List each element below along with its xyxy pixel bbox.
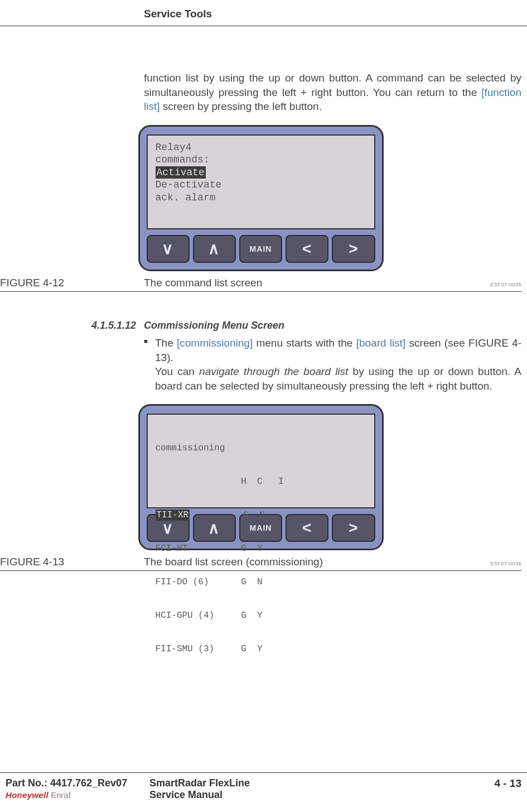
lcd2-row1-rest: G N: [190, 510, 264, 520]
lcd-screen-1: Relay4 commands: Activate De-activate ac…: [147, 134, 375, 229]
bullet-text-1a: The: [155, 337, 177, 349]
page-number: 4 - 13: [494, 777, 521, 790]
content: function list by using the up or down bu…: [0, 71, 527, 571]
lcd2-header: commissioning: [156, 443, 366, 454]
lcd2-row5: FII-SMU (3) G Y: [156, 643, 366, 655]
subsection-title: Commissioning Menu Screen: [144, 320, 284, 331]
commissioning-link: [commissioning]: [177, 337, 253, 349]
figure-1-caption: The command list screen: [144, 277, 490, 289]
lcd2-cols: H C I: [156, 476, 366, 487]
down-button[interactable]: ∨: [147, 235, 190, 263]
lcd2-row1-hl: TII-XR: [156, 510, 190, 521]
main-button[interactable]: MAIN: [239, 235, 282, 263]
bullet-text-2a: You can: [155, 366, 199, 377]
device-bezel: Relay4 commands: Activate De-activate ac…: [138, 125, 384, 271]
intro-text-2: screen by pressing the left button.: [160, 100, 322, 112]
page-header: Service Tools: [0, 0, 527, 26]
up-button[interactable]: ∧: [193, 235, 236, 263]
section-title: Service Tools: [144, 8, 527, 20]
product-name: SmartRadar FlexLine: [149, 777, 494, 789]
figure-2-label: FIGURE 4-13: [0, 556, 144, 568]
brand-enraf: Enraf: [51, 790, 71, 800]
lcd2-row4: HCI-GPU (4) G Y: [156, 610, 366, 621]
figure-2-code: ESF07-0036: [490, 561, 521, 568]
device-figure-1: Relay4 commands: Activate De-activate ac…: [138, 125, 384, 271]
intro-text-1: function list by using the up or down bu…: [144, 72, 521, 98]
figure-caption-row-1: FIGURE 4-12 The command list screen ESF0…: [0, 277, 521, 292]
bullet-paragraph: The [commissioning] menu starts with the…: [155, 336, 521, 393]
subsection-heading: 4.1.5.1.12 Commissioning Menu Screen: [0, 320, 521, 331]
bullet-text-1b: menu starts with the: [253, 337, 356, 349]
lcd1-line4: De-activate: [156, 179, 366, 191]
right-button[interactable]: >: [332, 235, 375, 263]
page-footer: Part No.: 4417.762_Rev07 HoneywellEnraf …: [0, 772, 527, 801]
footer-mid: SmartRadar FlexLine Service Manual: [149, 777, 494, 801]
figure-1-code: ESF07-0035: [490, 282, 521, 289]
button-row-1: ∨ ∧ MAIN < >: [147, 235, 375, 263]
intro-paragraph: function list by using the up or down bu…: [144, 71, 521, 114]
lcd2-row3: FII-DO (6) G N: [156, 576, 366, 588]
device-bezel-2: commissioning H C I TII-XR G N FCI-HT G …: [138, 404, 384, 550]
lcd2-row2: FCI-HT G Y: [156, 543, 366, 554]
lcd1-line2: commands:: [156, 153, 366, 166]
brand: HoneywellEnraf: [6, 790, 149, 800]
bullet-text-italic: navigate through the board list: [199, 366, 348, 377]
footer-left: Part No.: 4417.762_Rev07 HoneywellEnraf: [6, 777, 149, 800]
lcd1-line1: Relay4: [156, 141, 366, 154]
left-button[interactable]: <: [286, 235, 328, 263]
part-number: Part No.: 4417.762_Rev07: [6, 777, 149, 789]
board-list-link: [board list]: [356, 337, 406, 349]
lcd-screen-2: commissioning H C I TII-XR G N FCI-HT G …: [147, 414, 375, 508]
lcd1-line5: ack. alarm: [156, 191, 366, 204]
doc-name: Service Manual: [149, 789, 494, 801]
brand-honeywell: Honeywell: [6, 790, 49, 800]
subsection-number: 4.1.5.1.12: [0, 320, 144, 331]
figure-1-label: FIGURE 4-12: [0, 277, 144, 289]
lcd1-line3-highlight: Activate: [156, 166, 206, 179]
device-figure-2: commissioning H C I TII-XR G N FCI-HT G …: [138, 404, 384, 550]
